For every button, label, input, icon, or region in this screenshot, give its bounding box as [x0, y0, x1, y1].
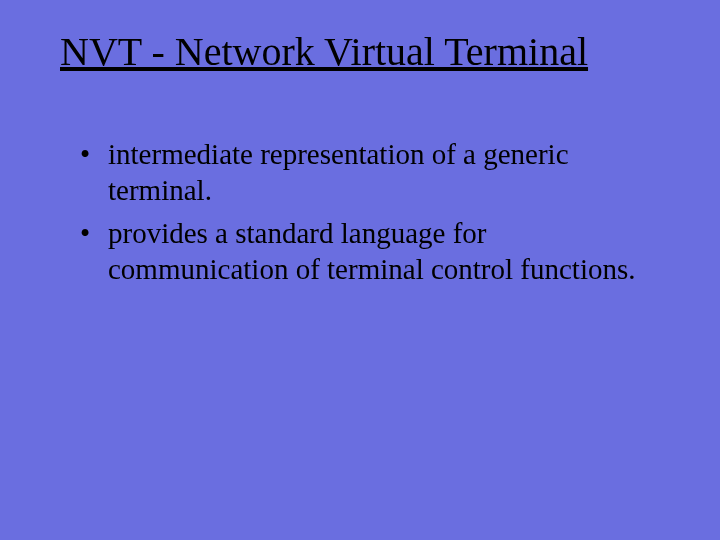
- list-item: intermediate representation of a generic…: [80, 136, 670, 209]
- slide: NVT - Network Virtual Terminal intermedi…: [0, 0, 720, 540]
- slide-title: NVT - Network Virtual Terminal: [60, 28, 670, 76]
- list-item: provides a standard language for communi…: [80, 215, 670, 288]
- bullet-list: intermediate representation of a generic…: [60, 136, 670, 287]
